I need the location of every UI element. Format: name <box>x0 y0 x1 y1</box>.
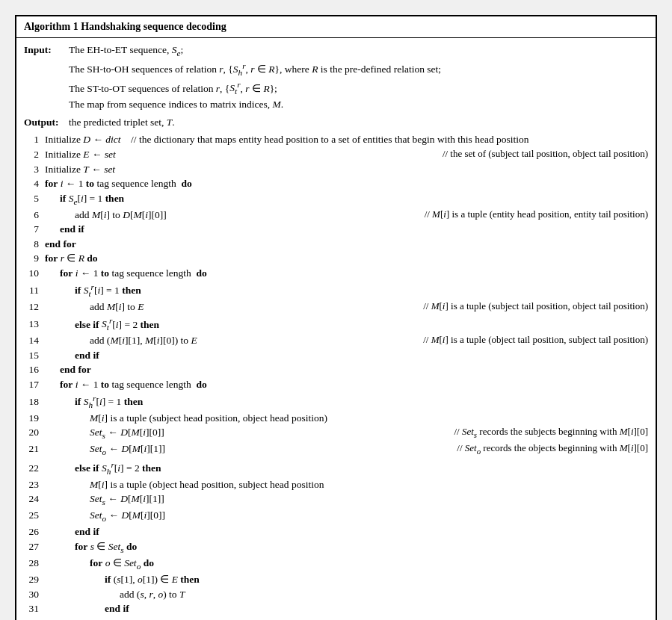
input-line-1: The SH-to-OH sequences of relation r, {S… <box>69 59 648 78</box>
algorithm-label: Algorithm 1 Handshaking sequence decodin… <box>24 21 226 32</box>
output-label: Output: <box>24 115 69 130</box>
line-1: 1 Initialize D ← dict // the dictionary … <box>24 132 648 147</box>
line-20: 20 Sets ← D[M[i][0]] // Sets records the… <box>24 425 648 441</box>
line-15: 15 end if <box>24 348 648 363</box>
line-24: 24 Sets ← D[M[i][1]] <box>24 492 648 508</box>
line-17: 17 for i ← 1 to tag sequence length do <box>24 377 648 392</box>
line-32: 32 end for <box>24 616 648 620</box>
input-line-2: The ST-to-OT sequences of relation r, {S… <box>69 78 648 98</box>
input-section: Input: The EH-to-ET sequence, Se; The SH… <box>24 43 648 112</box>
line-3: 3 Initialize T ← set <box>24 162 648 177</box>
input-label: Input: <box>24 43 69 58</box>
line-5: 5 if Se[i] = 1 then <box>24 191 648 208</box>
line-29: 29 if (s[1], o[1]) ∈ E then <box>24 572 648 587</box>
line-19: 19 M[i] is a tuple (subject head positio… <box>24 411 648 426</box>
line-4: 4 for i ← 1 to tag sequence length do <box>24 176 648 191</box>
line-2: 2 Initialize E ← set // the set of (subj… <box>24 147 648 162</box>
line-27: 27 for s ∈ Sets do <box>24 539 648 556</box>
output-line: Output: the predicted triplet set, T. <box>24 115 648 130</box>
line-13: 13 else if Str[i] = 2 then <box>24 314 648 334</box>
algorithm-body: Input: The EH-to-ET sequence, Se; The SH… <box>16 38 656 620</box>
line-31: 31 end if <box>24 601 648 616</box>
line-25: 25 Seto ← D[M[i][0]] <box>24 508 648 524</box>
line-10: 10 for i ← 1 to tag sequence length do <box>24 266 648 281</box>
line-8: 8 end for <box>24 237 648 252</box>
line-6: 6 add M[i] to D[M[i][0]] // M[i] is a tu… <box>24 208 648 223</box>
line-16: 16 end for <box>24 362 648 377</box>
line-22: 22 else if Shr[i] = 2 then <box>24 458 648 477</box>
line-21: 21 Seto ← D[M[i][1]] // Seto records the… <box>24 441 648 458</box>
code-lines: 1 Initialize D ← dict // the dictionary … <box>24 132 648 620</box>
algorithm-title: Algorithm 1 Handshaking sequence decodin… <box>16 16 656 38</box>
input-content-0: The EH-to-ET sequence, Se; <box>69 43 648 59</box>
line-28: 28 for o ∈ Seto do <box>24 556 648 572</box>
input-line-0: Input: The EH-to-ET sequence, Se; <box>24 43 648 59</box>
input-line-3: The map from sequence indices to matrix … <box>69 97 648 112</box>
line-11: 11 if Str[i] = 1 then <box>24 280 648 300</box>
line-18: 18 if Shr[i] = 1 then <box>24 391 648 411</box>
line-26: 26 end if <box>24 524 648 539</box>
line-7: 7 end if <box>24 222 648 237</box>
line-23: 23 M[i] is a tuple (object head position… <box>24 477 648 492</box>
output-content: the predicted triplet set, T. <box>69 115 648 130</box>
line-12: 12 add M[i] to E // M[i] is a tuple (sub… <box>24 300 648 314</box>
algorithm-container: Algorithm 1 Handshaking sequence decodin… <box>15 15 657 620</box>
line-14: 14 add (M[i][1], M[i][0]) to E // M[i] i… <box>24 333 648 348</box>
line-30: 30 add (s, r, o) to T <box>24 587 648 602</box>
output-section: Output: the predicted triplet set, T. <box>24 115 648 130</box>
line-9: 9 for r ∈ R do <box>24 251 648 266</box>
